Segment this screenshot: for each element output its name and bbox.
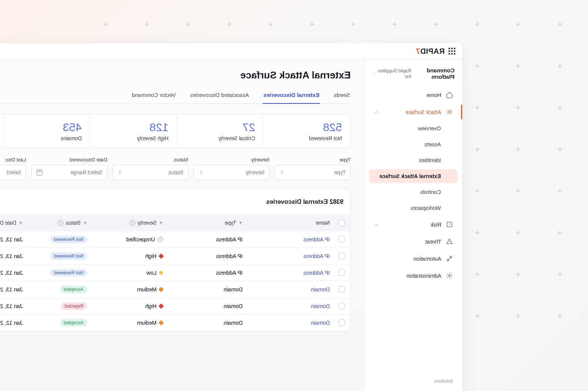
stat-label: Domains — [12, 135, 82, 141]
status-badge: Accepted — [60, 286, 87, 293]
status-badge: Rejected — [61, 302, 87, 310]
discoveries-table-card: 9382 External Discoveries Search Name ▼T… — [0, 188, 351, 332]
row-checkbox[interactable] — [339, 303, 345, 309]
stat-ip-addresses[interactable]: 594IP Addresses — [0, 114, 3, 148]
row-severity: High — [145, 253, 157, 259]
nav-sub-label: Overview — [418, 125, 441, 131]
info-icon[interactable]: i — [58, 220, 63, 226]
row-date: Jan 13, 202 — [0, 286, 23, 292]
page-title: External Attack Surface — [0, 69, 351, 81]
severity-low-icon — [159, 271, 163, 275]
nav-label: Threat — [425, 239, 441, 245]
nav-sub-workspaces[interactable]: Workspaces — [369, 201, 458, 215]
nav-administration[interactable]: Administration — [369, 268, 458, 283]
nav-surface-command[interactable]: Surface Command — [369, 388, 458, 391]
risk-icon — [446, 221, 453, 228]
row-name-link[interactable]: IP Address — [303, 253, 330, 259]
sort-arrow-icon: ▼ — [159, 221, 163, 225]
stat-value: 27 — [185, 121, 255, 134]
nav-attack-surface[interactable]: Attack Surface — [369, 105, 458, 119]
row-checkbox[interactable] — [339, 269, 345, 276]
threat-icon — [446, 238, 453, 245]
nav-sub-label: Controls — [420, 189, 441, 195]
svg-point-0 — [448, 111, 450, 113]
nav-sub-overview[interactable]: Overview — [369, 122, 458, 135]
nav-label: Risk — [431, 222, 441, 228]
row-checkbox[interactable] — [339, 253, 345, 259]
attack-surface-icon — [446, 108, 453, 116]
active-section-indicator — [461, 105, 462, 119]
row-checkbox[interactable] — [339, 236, 345, 242]
row-severity: Medium — [137, 286, 157, 292]
col-header-name[interactable]: Name — [246, 220, 334, 226]
severity-high-icon — [158, 303, 164, 308]
severity-medium-icon — [158, 286, 164, 292]
apps-grid-icon[interactable] — [448, 48, 455, 55]
status-badge: Not Reviewed — [50, 252, 87, 260]
stat-label: High Severity — [99, 135, 169, 141]
nav-sub-assets[interactable]: Assets — [369, 138, 458, 151]
app-window: RAPID7 Command Platform Rapid Supplies I… — [0, 43, 462, 391]
row-severity: Medium — [137, 320, 157, 326]
main-content: External Attack Surface Seeds External D… — [0, 59, 364, 391]
col-header-severity[interactable]: ▼Severityi — [91, 220, 167, 226]
stat-domains[interactable]: 453Domains — [3, 114, 90, 148]
nav-sub-identities[interactable]: Identities — [369, 153, 458, 167]
col-header-type[interactable]: ▼Type — [167, 220, 246, 226]
table-body: IP AddressIP Address?UnspecifiedNot Revi… — [0, 231, 350, 331]
table-row: DomainDomainMediumAcceptedJan 13, 202 — [0, 281, 350, 298]
tab-external-discoveries[interactable]: External Discoveries — [263, 88, 320, 103]
stat-label: Not Reviewed — [272, 135, 342, 141]
nav-threat[interactable]: Threat — [369, 234, 458, 249]
tab-label: Seeds — [334, 92, 350, 98]
row-checkbox[interactable] — [339, 319, 345, 326]
row-name-link[interactable]: Domain — [311, 320, 330, 326]
row-name-link[interactable]: Domain — [311, 303, 330, 309]
filter-type-select[interactable]: Type — [275, 165, 351, 180]
org-selector[interactable]: Rapid Supplies Inc — [372, 68, 411, 79]
filter-placeholder: Select — [6, 169, 21, 175]
row-name-link[interactable]: IP Address — [303, 270, 330, 276]
table-row: IP AddressIP AddressLowNot ReviewedJan 1… — [0, 264, 350, 281]
nav-automation[interactable]: Automation — [369, 251, 458, 266]
table-row: IP AddressIP Address?UnspecifiedNot Revi… — [0, 231, 350, 248]
solutions-section-label: Solutions — [369, 375, 458, 385]
tab-associated-discoveries[interactable]: Associated Discoveries — [190, 88, 250, 103]
table-row: IP AddressIP AddressHighNot ReviewedJan … — [0, 248, 350, 264]
stat-high[interactable]: 128High Severity — [90, 114, 177, 148]
filter-label-severity: Severity — [194, 157, 270, 163]
row-name-link[interactable]: Domain — [311, 286, 330, 292]
stat-not-reviewed[interactable]: 528Not Reviewed — [263, 114, 350, 148]
filter-placeholder: Status — [168, 169, 183, 175]
nav-risk[interactable]: Risk — [369, 217, 458, 232]
info-icon[interactable]: i — [130, 220, 135, 226]
severity-medium-icon — [158, 320, 164, 325]
nav-home[interactable]: Home — [369, 88, 458, 102]
filter-last-discovered-picker[interactable]: Select — [0, 165, 26, 180]
select-all-checkbox[interactable] — [339, 220, 345, 226]
brand-name: RAPID — [420, 47, 445, 56]
tab-seeds[interactable]: Seeds — [333, 88, 351, 103]
brand-logo: RAPID7 — [416, 47, 445, 56]
nav-label: Administration — [406, 273, 441, 279]
home-icon — [446, 91, 453, 99]
sort-arrow-icon: ▼ — [83, 221, 87, 225]
stat-label: Critical Severity — [185, 135, 255, 141]
filter-label-type: Type — [275, 157, 351, 163]
nav-label: Automation — [414, 256, 441, 262]
stat-critical[interactable]: 27Critical Severity — [177, 114, 263, 148]
nav-sub-controls[interactable]: Controls — [369, 185, 458, 199]
col-label: Type — [225, 220, 236, 226]
filter-status-select[interactable]: Status — [113, 165, 188, 180]
status-badge: Accepted — [60, 319, 87, 327]
col-header-date-discovered[interactable]: ▼Date Discov — [0, 220, 27, 226]
row-checkbox[interactable] — [339, 286, 345, 292]
filter-severity-select[interactable]: Severity — [194, 165, 270, 180]
col-header-status[interactable]: ▼Statusi — [27, 220, 91, 226]
filter-date-discovered-picker[interactable]: Select Range — [31, 165, 107, 180]
col-label: Severity — [138, 220, 157, 226]
row-name-link[interactable]: IP Address — [303, 236, 330, 242]
nav-label: Home — [426, 92, 441, 98]
tab-vector-command[interactable]: Vector Command — [131, 88, 177, 103]
nav-sub-external-attack-surface[interactable]: External Attack Surface — [369, 169, 458, 183]
